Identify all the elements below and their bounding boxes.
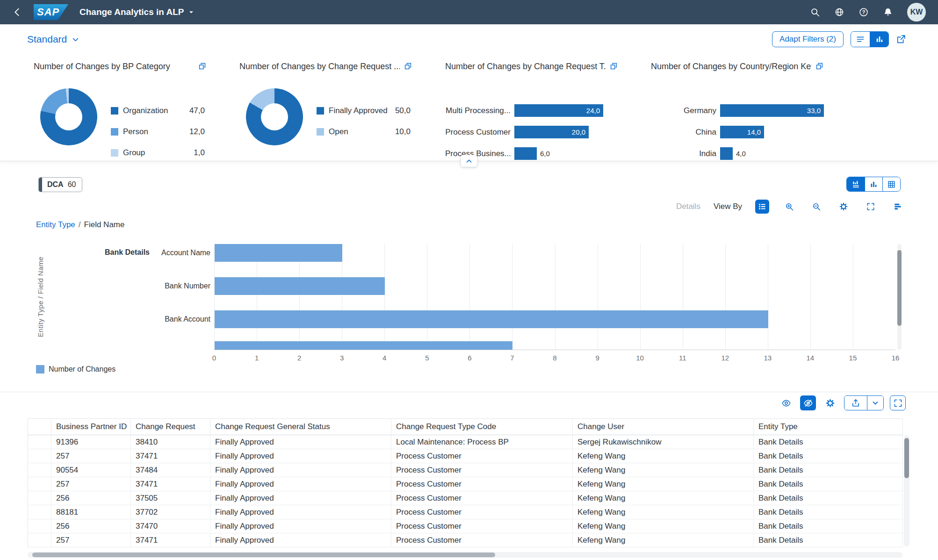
help-button[interactable]: ? bbox=[859, 7, 869, 17]
notifications-button[interactable] bbox=[883, 7, 893, 17]
copy-icon[interactable] bbox=[815, 62, 824, 71]
kpi-card-change-request-type[interactable]: Number of Changes by Change Request T...… bbox=[445, 62, 618, 161]
row-selector[interactable] bbox=[28, 519, 51, 533]
kpi-card-country-region[interactable]: Number of Changes by Country/Region Key … bbox=[651, 62, 824, 161]
table-horizontal-scrollbar[interactable] bbox=[28, 552, 902, 558]
globe-button[interactable] bbox=[834, 7, 844, 17]
table-row[interactable]: 25737471Finally ApprovedProcess Customer… bbox=[28, 533, 903, 547]
table-cell: Bank Details bbox=[754, 491, 903, 505]
table-row[interactable]: 8818137702Finally ApprovedProcess Custom… bbox=[28, 505, 903, 519]
table-row[interactable]: 25637470Finally ApprovedProcess Customer… bbox=[28, 519, 903, 533]
x-tick-label: 8 bbox=[553, 354, 556, 362]
kpi-bar[interactable] bbox=[514, 147, 537, 160]
table-row[interactable]: 25737471Finally ApprovedProcess Customer… bbox=[28, 449, 903, 463]
table-cell: Process Customer bbox=[391, 491, 573, 505]
gridline bbox=[427, 244, 427, 350]
column-header[interactable]: Business Partner ID bbox=[51, 419, 131, 435]
row-selector[interactable] bbox=[28, 463, 51, 477]
kpi-bar[interactable] bbox=[720, 147, 733, 160]
column-header[interactable]: Change Request General Status bbox=[210, 419, 391, 435]
gridline bbox=[512, 244, 512, 350]
row-selector[interactable] bbox=[28, 505, 51, 519]
share-button[interactable] bbox=[896, 34, 906, 44]
table-row[interactable]: 25637505Finally ApprovedProcess Customer… bbox=[28, 491, 903, 505]
column-header[interactable]: Change User bbox=[573, 419, 754, 435]
filter-chart-toggle-button[interactable] bbox=[870, 32, 888, 47]
kpi-card-change-request-status[interactable]: Number of Changes by Change Request ... … bbox=[239, 62, 412, 161]
hybrid-view-button[interactable] bbox=[847, 177, 865, 191]
x-tick-label: 0 bbox=[212, 354, 216, 362]
kpi-bar-label: Process Busines... bbox=[445, 149, 514, 158]
table-cell: Process Customer bbox=[391, 477, 573, 491]
user-avatar[interactable]: KW bbox=[907, 3, 926, 22]
column-header[interactable]: Entity Type bbox=[754, 419, 903, 435]
search-button[interactable] bbox=[810, 7, 820, 17]
table-row[interactable]: 9055437484Finally ApprovedProcess Custom… bbox=[28, 463, 903, 477]
adapt-filters-button[interactable]: Adapt Filters (2) bbox=[772, 31, 844, 47]
show-details-button[interactable] bbox=[778, 395, 794, 410]
row-selector[interactable] bbox=[28, 533, 51, 547]
copy-icon[interactable] bbox=[404, 62, 412, 71]
zoom-out-button[interactable] bbox=[809, 200, 823, 214]
back-button[interactable] bbox=[12, 7, 22, 17]
legend-label: Open bbox=[329, 127, 348, 136]
donut-chart[interactable] bbox=[246, 88, 303, 145]
export-split-button bbox=[844, 395, 884, 410]
kpi-tag-label: DCA bbox=[42, 180, 68, 189]
table-view-icon bbox=[887, 180, 896, 189]
bar[interactable] bbox=[215, 277, 385, 295]
table-row[interactable]: 9139638410Finally ApprovedLocal Maintena… bbox=[28, 435, 903, 449]
chart-type-button[interactable] bbox=[891, 200, 905, 214]
partial-bar[interactable] bbox=[215, 341, 512, 350]
legend-toggle-button[interactable] bbox=[755, 200, 769, 214]
collapse-header-button[interactable] bbox=[460, 155, 478, 167]
table-vertical-scrollbar[interactable] bbox=[904, 435, 909, 546]
column-header[interactable]: Change Request Type Code bbox=[391, 419, 573, 435]
gridline bbox=[768, 244, 768, 350]
chart-view-button[interactable] bbox=[865, 177, 882, 191]
row-selector[interactable] bbox=[28, 449, 51, 463]
row-selector[interactable] bbox=[28, 491, 51, 505]
column-header[interactable]: Change Request bbox=[131, 419, 210, 435]
fullscreen-icon bbox=[866, 202, 875, 211]
table-cell: Kefeng Wang bbox=[573, 505, 754, 519]
chart-settings-button[interactable] bbox=[837, 200, 851, 214]
app-title[interactable]: Change Analytics in ALP bbox=[79, 7, 195, 17]
details-button[interactable]: Details bbox=[676, 202, 700, 211]
legend-value: 10,0 bbox=[395, 127, 411, 136]
export-menu-button[interactable] bbox=[867, 396, 883, 410]
zoom-in-button[interactable] bbox=[782, 200, 796, 214]
view-by-button[interactable]: View By bbox=[714, 202, 742, 211]
select-all-header[interactable] bbox=[28, 419, 51, 435]
table-cell: 257 bbox=[51, 449, 131, 463]
table-cell: Kefeng Wang bbox=[573, 463, 754, 477]
chart-scrollbar[interactable] bbox=[897, 244, 902, 350]
donut-chart[interactable] bbox=[40, 88, 97, 145]
variant-selector[interactable]: Standard bbox=[27, 34, 79, 45]
category-label: Bank Account bbox=[0, 315, 210, 324]
breadcrumb-entity-type-link[interactable]: Entity Type bbox=[36, 220, 75, 229]
table-horizontal-scrollbar-thumb[interactable] bbox=[32, 553, 495, 557]
kpi-card-bp-category[interactable]: Number of Changes by BP Category Organiz… bbox=[34, 62, 207, 161]
copy-icon[interactable] bbox=[198, 62, 207, 71]
hide-details-button[interactable] bbox=[800, 395, 816, 410]
filter-list-toggle-button[interactable] bbox=[851, 32, 870, 47]
row-selector[interactable] bbox=[28, 435, 51, 449]
bar[interactable] bbox=[215, 244, 342, 262]
copy-icon[interactable] bbox=[609, 62, 618, 71]
kpi-tag-dca[interactable]: DCA 60 bbox=[38, 177, 82, 192]
table-view-button[interactable] bbox=[882, 177, 900, 191]
chart-scrollbar-thumb[interactable] bbox=[897, 250, 902, 326]
legend-value: 12,0 bbox=[189, 127, 205, 136]
bar[interactable] bbox=[215, 310, 768, 328]
table-settings-button[interactable] bbox=[822, 395, 838, 410]
kpi-bar-label: India bbox=[651, 149, 720, 158]
row-selector[interactable] bbox=[28, 477, 51, 491]
table-vertical-scrollbar-thumb[interactable] bbox=[904, 438, 909, 478]
show-details-icon bbox=[781, 398, 791, 408]
table-fullscreen-button[interactable] bbox=[890, 395, 906, 410]
export-button[interactable] bbox=[844, 396, 867, 410]
table-row[interactable]: 25737471Finally ApprovedProcess Customer… bbox=[28, 477, 903, 491]
chart-fullscreen-button[interactable] bbox=[864, 200, 878, 214]
table-cell: Kefeng Wang bbox=[573, 519, 754, 533]
